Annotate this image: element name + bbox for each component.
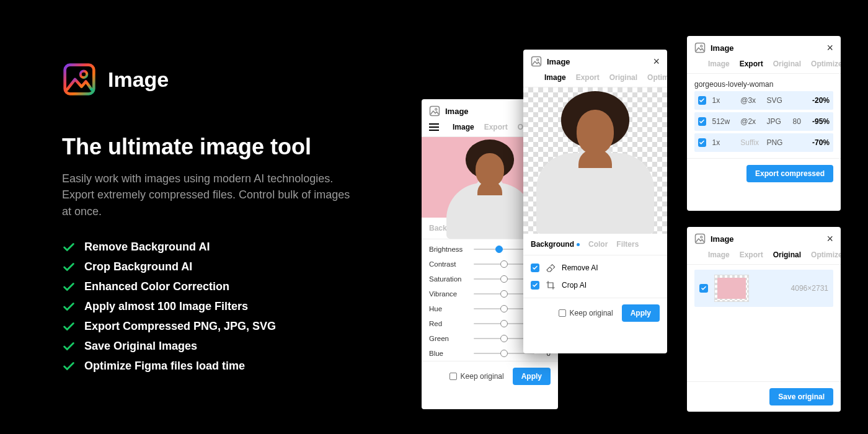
svg-point-1 [81,71,87,78]
tab-image[interactable]: Image [544,73,566,82]
tab-image[interactable]: Image [453,123,474,131]
brand-logo-icon [62,62,97,97]
slider-label: Red [429,320,467,327]
export-suffix[interactable]: @3x [740,96,760,105]
close-icon[interactable]: × [826,42,833,53]
slider-thumb[interactable] [500,350,508,357]
checkbox-checked-icon[interactable] [531,281,539,290]
thumbnail-icon [714,275,749,302]
panel-export: Image × Image Export Original Optimize g… [687,36,841,211]
feature-text: Enhanced Color Correction [84,280,229,293]
original-row[interactable]: 4096×2731 [694,270,833,307]
menu-icon[interactable] [429,123,439,131]
tab-export[interactable]: Export [740,250,763,259]
feature-text: Optimize Figma files load time [84,360,245,373]
checkbox-checked-icon[interactable] [699,284,708,293]
slider-thumb[interactable] [495,246,503,253]
check-icon [62,241,76,254]
tab-image[interactable]: Image [708,60,730,68]
tab-original[interactable]: Original [773,60,801,68]
export-row[interactable]: 512w@2xJPG80-95% [694,112,833,131]
export-format[interactable]: JPG [766,117,786,126]
brand-name: Image [108,68,169,92]
feature-text: Crop Background AI [84,260,192,273]
crop-icon [546,280,556,290]
tab-image[interactable]: Image [708,250,730,259]
panel-title: Image [711,234,822,244]
keep-original-checkbox[interactable]: Keep original [450,372,504,381]
svg-rect-0 [65,65,94,94]
check-icon [62,300,76,314]
tab-optimize[interactable]: Optimize [811,250,841,259]
slider-thumb[interactable] [500,335,508,342]
checkbox-checked-icon[interactable] [698,117,706,126]
app-logo-icon [531,56,542,67]
export-delta: -20% [812,96,830,105]
slider-thumb[interactable] [500,290,508,298]
export-delta: -70% [812,138,830,147]
export-row[interactable]: 1xSuffixPNG-70% [694,133,833,152]
export-suffix[interactable]: Suffix [740,138,760,147]
tab-original[interactable]: Original [773,250,801,259]
feature-text: Save Original Images [84,340,197,353]
panel-background: Image × Image Export Original Optimize B… [523,50,667,353]
checkbox-checked-icon[interactable] [698,96,706,105]
svg-rect-6 [696,43,705,53]
export-filename[interactable]: gorgeous-lovely-woman [687,74,841,91]
app-logo-icon [694,42,706,53]
apply-button[interactable]: Apply [513,368,551,385]
save-original-button[interactable]: Save original [769,388,833,405]
tab-export[interactable]: Export [576,73,600,82]
slider-thumb[interactable] [500,320,508,327]
slider-label: Contrast [429,260,467,268]
export-quality[interactable]: 80 [793,117,806,126]
brand: Image [62,62,372,97]
subtab-color[interactable]: Color [588,240,608,249]
feature-item: Apply almost 100 Image Filters [62,300,372,314]
svg-point-5 [537,59,539,61]
subheadline: Easily work with images using modern AI … [62,170,353,219]
checkbox-icon [450,373,457,380]
export-row[interactable]: 1x@3xSVG-20% [694,91,833,110]
keep-original-checkbox[interactable]: Keep original [559,309,613,317]
slider-label: Hue [429,305,467,312]
tab-export[interactable]: Export [740,60,763,68]
background-actions: Remove AI Crop AI [523,255,667,298]
check-icon [62,320,76,334]
export-size[interactable]: 1x [712,138,735,147]
svg-point-7 [701,45,702,47]
tab-export[interactable]: Export [484,123,508,131]
apply-button[interactable]: Apply [622,304,660,322]
slider-label: Vibrance [429,290,467,298]
feature-text: Remove Background AI [84,241,210,254]
row-crop-ai[interactable]: Crop AI [531,277,660,294]
feature-text: Apply almost 100 Image Filters [84,300,248,313]
slider-thumb[interactable] [500,260,508,268]
feature-text: Export Compressed PNG, JPG, SVG [84,320,276,333]
checkbox-checked-icon[interactable] [531,264,539,272]
close-icon[interactable]: × [653,56,660,67]
feature-item: Remove Background AI [62,241,372,254]
export-size[interactable]: 1x [712,96,735,105]
export-table: 1x@3xSVG-20%512w@2xJPG80-95%1xSuffixPNG-… [687,91,841,158]
tab-optimize[interactable]: Optimize [811,60,841,68]
feature-item: Enhanced Color Correction [62,280,372,294]
checkbox-checked-icon[interactable] [698,138,706,147]
app-logo-icon [694,233,706,244]
export-compressed-button[interactable]: Export compressed [746,165,833,182]
export-format[interactable]: SVG [766,96,786,105]
subtab-filters[interactable]: Filters [616,240,639,249]
tab-original[interactable]: Original [609,73,637,82]
svg-rect-8 [696,234,705,244]
panel-title: Image [711,43,822,53]
export-suffix[interactable]: @2x [740,117,760,126]
export-format[interactable]: PNG [766,138,786,147]
slider-thumb[interactable] [500,275,508,283]
feature-item: Export Compressed PNG, JPG, SVG [62,320,372,334]
row-remove-ai[interactable]: Remove AI [531,259,660,277]
close-icon[interactable]: × [826,233,833,244]
subtab-background[interactable]: Background [531,240,580,249]
slider-thumb[interactable] [500,305,508,312]
export-size[interactable]: 512w [712,117,735,126]
tab-optimize[interactable]: Optimize [647,73,667,82]
